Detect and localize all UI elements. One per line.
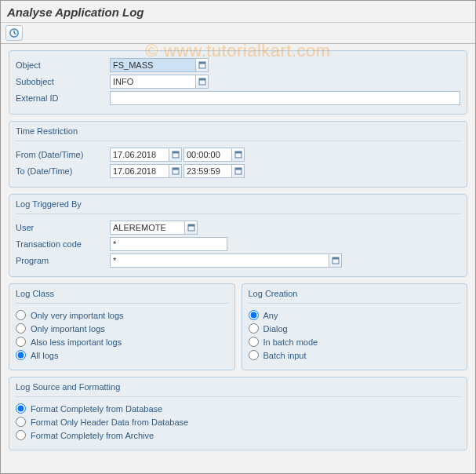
svg-rect-18 bbox=[332, 257, 339, 260]
search-help-icon[interactable] bbox=[329, 253, 342, 268]
radio-label: Also less important logs bbox=[31, 337, 122, 347]
from-time-input[interactable] bbox=[183, 148, 232, 162]
basic-fields-group: Object Subobject External ID bbox=[9, 50, 467, 115]
tcode-label: Transaction code bbox=[16, 239, 110, 249]
radio-label: Any bbox=[263, 311, 278, 320]
to-date-input[interactable] bbox=[110, 164, 169, 178]
radio-label: Format Completely from Database bbox=[31, 404, 162, 414]
radio-label: All logs bbox=[31, 351, 58, 360]
execute-button[interactable] bbox=[5, 25, 23, 41]
user-label: User bbox=[16, 223, 110, 232]
search-help-icon[interactable] bbox=[232, 148, 245, 162]
svg-rect-12 bbox=[173, 168, 179, 170]
log-creation-option[interactable]: Any bbox=[249, 310, 461, 320]
calendar-icon[interactable] bbox=[169, 148, 182, 162]
svg-rect-6 bbox=[199, 78, 205, 81]
search-help-icon[interactable] bbox=[185, 221, 198, 235]
search-help-icon[interactable] bbox=[196, 58, 209, 72]
radio-button[interactable] bbox=[16, 350, 26, 360]
page-title: Analyse Application Log bbox=[1, 1, 475, 23]
log-class-option[interactable]: Only very important logs bbox=[16, 310, 228, 320]
radio-label: Format Only Header Data from Database bbox=[31, 417, 188, 427]
object-label: Object bbox=[16, 60, 110, 70]
to-label: To (Date/Time) bbox=[16, 166, 110, 176]
radio-button[interactable] bbox=[249, 323, 259, 334]
time-restriction-title: Time Restriction bbox=[16, 126, 460, 141]
radio-button[interactable] bbox=[16, 403, 26, 414]
radio-label: In batch mode bbox=[263, 337, 318, 347]
to-time-input[interactable] bbox=[183, 164, 232, 178]
radio-button[interactable] bbox=[16, 337, 26, 347]
log-class-option[interactable]: Also less important logs bbox=[16, 337, 228, 347]
radio-button[interactable] bbox=[16, 310, 26, 320]
log-creation-option[interactable]: Dialog bbox=[249, 323, 461, 334]
from-date-input[interactable] bbox=[110, 148, 169, 162]
svg-rect-14 bbox=[235, 168, 242, 170]
from-label: From (Date/Time) bbox=[16, 150, 110, 159]
time-restriction-group: Time Restriction From (Date/Time) T bbox=[9, 121, 467, 188]
svg-rect-4 bbox=[199, 62, 205, 64]
radio-button[interactable] bbox=[16, 323, 26, 334]
external-id-label: External ID bbox=[16, 93, 110, 103]
calendar-icon[interactable] bbox=[169, 164, 182, 178]
program-input[interactable] bbox=[110, 253, 329, 268]
user-input[interactable] bbox=[110, 221, 185, 235]
radio-label: Format Completely from Archive bbox=[31, 431, 154, 440]
log-source-option[interactable]: Format Completely from Archive bbox=[16, 430, 460, 440]
tcode-input[interactable] bbox=[110, 237, 227, 251]
svg-rect-8 bbox=[173, 151, 179, 154]
radio-button[interactable] bbox=[16, 417, 26, 427]
log-class-title: Log Class bbox=[16, 289, 228, 304]
object-input[interactable] bbox=[110, 58, 196, 72]
radio-label: Only very important logs bbox=[31, 311, 124, 320]
subobject-label: Subobject bbox=[16, 77, 110, 86]
svg-line-2 bbox=[14, 33, 16, 35]
triggered-by-title: Log Triggered By bbox=[16, 199, 460, 214]
log-creation-title: Log Creation bbox=[249, 289, 461, 304]
radio-button[interactable] bbox=[249, 337, 259, 347]
log-creation-group: Log Creation Any Dialog In batch mode Ba… bbox=[242, 283, 468, 370]
log-class-option[interactable]: All logs bbox=[16, 350, 228, 360]
svg-rect-10 bbox=[235, 151, 242, 154]
radio-button[interactable] bbox=[249, 310, 259, 320]
log-source-option[interactable]: Format Completely from Database bbox=[16, 403, 460, 414]
log-source-title: Log Source and Formatting bbox=[16, 382, 460, 397]
search-help-icon[interactable] bbox=[196, 75, 209, 89]
log-source-option[interactable]: Format Only Header Data from Database bbox=[16, 417, 460, 427]
svg-rect-16 bbox=[188, 224, 194, 227]
triggered-by-group: Log Triggered By User Transaction code P… bbox=[9, 194, 467, 277]
log-creation-option[interactable]: Batch input bbox=[249, 350, 461, 360]
toolbar bbox=[1, 23, 475, 44]
radio-label: Only important logs bbox=[31, 324, 105, 334]
radio-label: Batch input bbox=[263, 351, 307, 360]
log-creation-option[interactable]: In batch mode bbox=[249, 337, 461, 347]
external-id-input[interactable] bbox=[110, 91, 460, 105]
program-label: Program bbox=[16, 256, 110, 265]
radio-button[interactable] bbox=[249, 350, 259, 360]
radio-button[interactable] bbox=[16, 430, 26, 440]
log-source-group: Log Source and Formatting Format Complet… bbox=[9, 377, 467, 450]
subobject-input[interactable] bbox=[110, 75, 196, 89]
radio-label: Dialog bbox=[263, 324, 288, 334]
log-class-group: Log Class Only very important logs Only … bbox=[9, 283, 235, 370]
search-help-icon[interactable] bbox=[232, 164, 245, 178]
log-class-option[interactable]: Only important logs bbox=[16, 323, 228, 334]
